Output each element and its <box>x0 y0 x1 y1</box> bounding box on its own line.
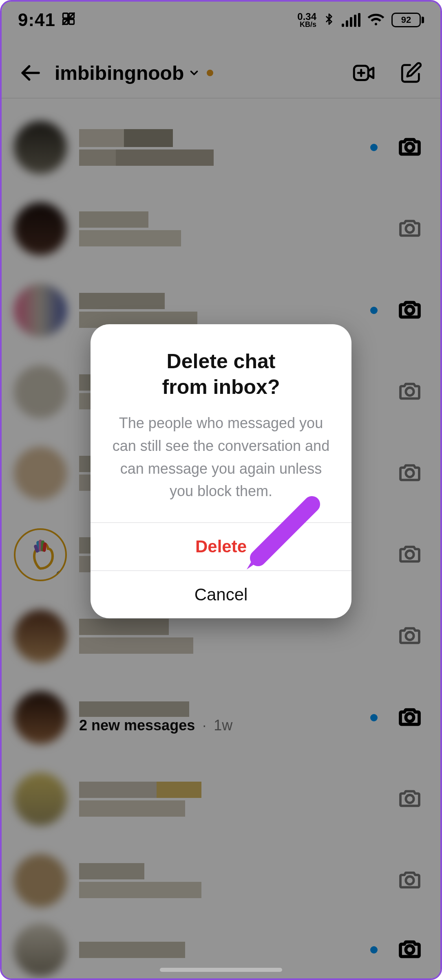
cancel-button[interactable]: Cancel <box>91 570 351 618</box>
delete-chat-dialog: Delete chat from inbox? The people who m… <box>91 324 351 618</box>
home-indicator[interactable] <box>160 968 282 972</box>
dialog-title: Delete chat from inbox? <box>108 349 334 400</box>
delete-button[interactable]: Delete <box>91 522 351 570</box>
dialog-message: The people who messaged you can still se… <box>108 412 334 503</box>
